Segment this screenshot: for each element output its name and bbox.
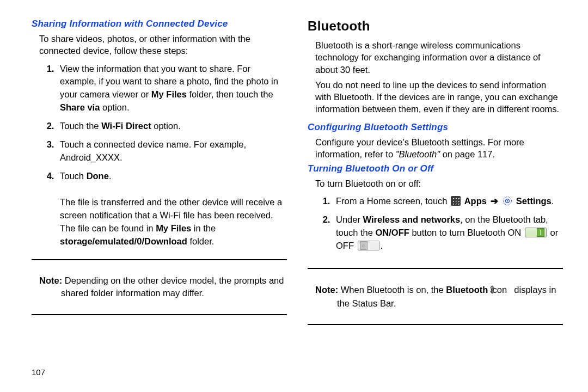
step-1: View the information that you want to sh… bbox=[57, 63, 287, 115]
rnote-a: When Bluetooth is on, the bbox=[338, 285, 446, 295]
conf-c: on page 117. bbox=[440, 149, 495, 159]
step-4: Touch Done. bbox=[57, 170, 287, 183]
bluetooth-ref: "Bluetooth" bbox=[396, 149, 440, 159]
turning-heading: Turning Bluetooth On or Off bbox=[308, 163, 563, 174]
step-1-text-e: option. bbox=[100, 102, 129, 112]
wifi-direct-label: Wi-Fi Direct bbox=[101, 121, 151, 131]
step-4-extra: The file is transferred and the other de… bbox=[60, 196, 287, 248]
step-1-text-c: folder, then touch the bbox=[187, 89, 273, 99]
t2-e: button to turn Bluetooth ON bbox=[409, 228, 524, 237]
after-e: folder. bbox=[187, 236, 215, 246]
note-label-r: Note: bbox=[315, 285, 338, 295]
step-2-text-c: option. bbox=[151, 121, 181, 131]
left-column: Sharing Information with Connected Devic… bbox=[32, 19, 287, 377]
turning-intro: To turn Bluetooth on or off: bbox=[308, 177, 563, 189]
bluetooth-p2: You do not need to line up the devices t… bbox=[308, 79, 563, 115]
configuring-para: Configure your device's Bluetooth settin… bbox=[308, 136, 563, 161]
t2-a: Under bbox=[336, 215, 363, 224]
sharing-heading: Sharing Information with Connected Devic… bbox=[32, 19, 287, 29]
manual-page: Sharing Information with Connected Devic… bbox=[0, 0, 588, 392]
apps-icon bbox=[451, 196, 461, 206]
bluetooth-label: Bluetooth bbox=[446, 285, 488, 295]
divider bbox=[32, 259, 287, 260]
my-files-label: My Files bbox=[151, 89, 187, 99]
turning-steps: From a Home screen, touch Apps ➔ Setting… bbox=[308, 195, 563, 258]
step-2: Touch the Wi-Fi Direct option. bbox=[57, 120, 287, 133]
arrow-icon: ➔ bbox=[491, 195, 498, 208]
wireless-networks-label: Wireless and networks bbox=[363, 215, 461, 224]
settings-label: Settings bbox=[516, 196, 552, 206]
turning-step-2: Under Wireless and networks, on the Blue… bbox=[333, 213, 563, 253]
right-note: Note: When Bluetooth is on, the Bluetoot… bbox=[308, 284, 563, 310]
note-text: Depending on the other device model, the… bbox=[61, 275, 284, 298]
download-path-label: storage/emulated/0/Download bbox=[60, 236, 187, 246]
bluetooth-p1: Bluetooth is a short-range wireless comm… bbox=[308, 39, 563, 76]
bluetooth-title: Bluetooth bbox=[308, 19, 563, 34]
switch-off-icon bbox=[358, 241, 379, 250]
t1-end: . bbox=[552, 196, 554, 206]
configuring-heading: Configuring Bluetooth Settings bbox=[308, 122, 563, 133]
sharing-steps: View the information that you want to sh… bbox=[32, 63, 287, 188]
divider bbox=[32, 314, 287, 315]
step-4-text-a: Touch bbox=[60, 171, 87, 181]
page-number: 107 bbox=[32, 367, 45, 377]
on-off-label: ON/OFF bbox=[375, 228, 409, 237]
t1-a: From a Home screen, touch bbox=[336, 196, 450, 206]
step-3: Touch a connected device name. For examp… bbox=[57, 138, 287, 164]
divider bbox=[308, 324, 563, 325]
settings-icon bbox=[503, 196, 512, 206]
after-c: in the bbox=[191, 223, 216, 233]
switch-on-icon bbox=[525, 228, 547, 237]
note-label: Note: bbox=[39, 275, 62, 285]
share-via-label: Share via bbox=[60, 102, 100, 112]
right-column: Bluetooth Bluetooth is a short-range wir… bbox=[308, 19, 563, 377]
apps-label: Apps bbox=[464, 196, 487, 206]
sharing-intro: To share videos, photos, or other inform… bbox=[32, 33, 287, 57]
left-note: Note: Depending on the other device mode… bbox=[32, 274, 287, 299]
turning-step-1: From a Home screen, touch Apps ➔ Setting… bbox=[333, 195, 563, 208]
t2-g: . bbox=[381, 241, 383, 250]
done-label: Done bbox=[87, 171, 109, 181]
svg-point-2 bbox=[507, 200, 508, 201]
divider bbox=[308, 268, 563, 269]
step-2-text-a: Touch the bbox=[60, 121, 101, 131]
step-4-text-c: . bbox=[109, 171, 112, 181]
my-files-label-2: My Files bbox=[156, 223, 191, 233]
